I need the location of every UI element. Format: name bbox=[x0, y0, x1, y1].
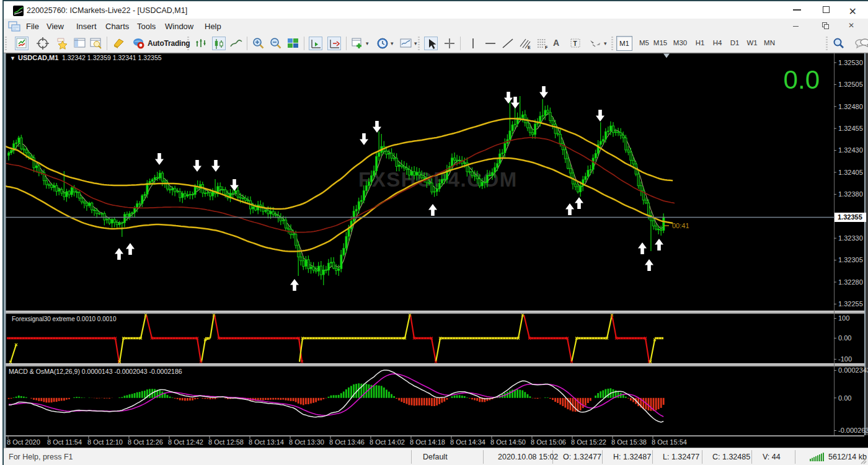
svg-text:1.32330: 1.32330 bbox=[838, 234, 863, 242]
svg-text:8 Oct 14:50: 8 Oct 14:50 bbox=[490, 438, 526, 446]
svg-text:8 Oct 14:34: 8 Oct 14:34 bbox=[450, 438, 485, 446]
svg-text:0.0002343: 0.0002343 bbox=[838, 366, 868, 374]
svg-text:8 Oct 2020: 8 Oct 2020 bbox=[7, 438, 40, 446]
svg-text:FXSHOP4.COM: FXSHOP4.COM bbox=[358, 168, 518, 191]
svg-text:00:41: 00:41 bbox=[672, 222, 689, 229]
svg-text:1.32430: 1.32430 bbox=[838, 146, 863, 154]
svg-text:-100: -100 bbox=[838, 355, 852, 363]
svg-text:E: E bbox=[528, 45, 531, 50]
svg-text:8 Oct 12:42: 8 Oct 12:42 bbox=[168, 438, 203, 446]
svg-text:8 Oct 15:22: 8 Oct 15:22 bbox=[571, 438, 606, 446]
svg-text:MACD & OsMA(12,26,9) 0.0000143: MACD & OsMA(12,26,9) 0.0000143 -0.000204… bbox=[9, 368, 182, 375]
svg-text:1.32305: 1.32305 bbox=[838, 256, 863, 264]
svg-text:0.0: 0.0 bbox=[784, 65, 820, 94]
svg-text:8 Oct 12:26: 8 Oct 12:26 bbox=[128, 438, 163, 446]
svg-text:1.32405: 1.32405 bbox=[838, 169, 863, 176]
svg-text:1.32455: 1.32455 bbox=[838, 125, 863, 132]
svg-text:8 Oct 15:06: 8 Oct 15:06 bbox=[531, 438, 566, 446]
svg-text:0.00: 0.00 bbox=[838, 334, 851, 342]
svg-text:1.32280: 1.32280 bbox=[838, 278, 863, 286]
svg-text:F: F bbox=[545, 45, 548, 50]
svg-text:1.32480: 1.32480 bbox=[838, 103, 863, 110]
svg-text:8 Oct 12:58: 8 Oct 12:58 bbox=[208, 438, 244, 446]
svg-text:8 Oct 13:14: 8 Oct 13:14 bbox=[249, 438, 284, 446]
svg-text:Forexsignal30 extreme 0.0010 0: Forexsignal30 extreme 0.0010 0.0010 bbox=[12, 316, 117, 322]
svg-text:8 Oct 15:38: 8 Oct 15:38 bbox=[611, 438, 647, 446]
svg-text:8 Oct 14:02: 8 Oct 14:02 bbox=[370, 438, 405, 446]
svg-text:8 Oct 15:54: 8 Oct 15:54 bbox=[652, 438, 687, 446]
svg-text:8 Oct 11:54: 8 Oct 11:54 bbox=[47, 438, 82, 446]
svg-text:1.32342 1.32359 1.32341 1.3235: 1.32342 1.32359 1.32341 1.32355 bbox=[62, 54, 162, 61]
svg-text:1.32255: 1.32255 bbox=[838, 300, 863, 308]
svg-text:100: 100 bbox=[838, 314, 849, 322]
svg-text:-0.0002630: -0.0002630 bbox=[838, 427, 868, 434]
svg-text:1.32530: 1.32530 bbox=[838, 59, 863, 66]
svg-text:8 Oct 12:10: 8 Oct 12:10 bbox=[87, 438, 123, 446]
svg-text:1.32355: 1.32355 bbox=[838, 213, 862, 221]
svg-text:8 Oct 14:18: 8 Oct 14:18 bbox=[410, 438, 445, 446]
svg-text:8 Oct 13:46: 8 Oct 13:46 bbox=[329, 438, 365, 446]
svg-text:8 Oct 13:30: 8 Oct 13:30 bbox=[289, 438, 324, 446]
svg-text:0.00: 0.00 bbox=[838, 394, 851, 402]
svg-text:1.32505: 1.32505 bbox=[838, 81, 863, 88]
svg-text:T: T bbox=[574, 40, 577, 47]
svg-text:1.32380: 1.32380 bbox=[838, 190, 863, 198]
svg-text:▼: ▼ bbox=[10, 55, 16, 61]
svg-text:USDCAD,M1: USDCAD,M1 bbox=[18, 54, 58, 61]
